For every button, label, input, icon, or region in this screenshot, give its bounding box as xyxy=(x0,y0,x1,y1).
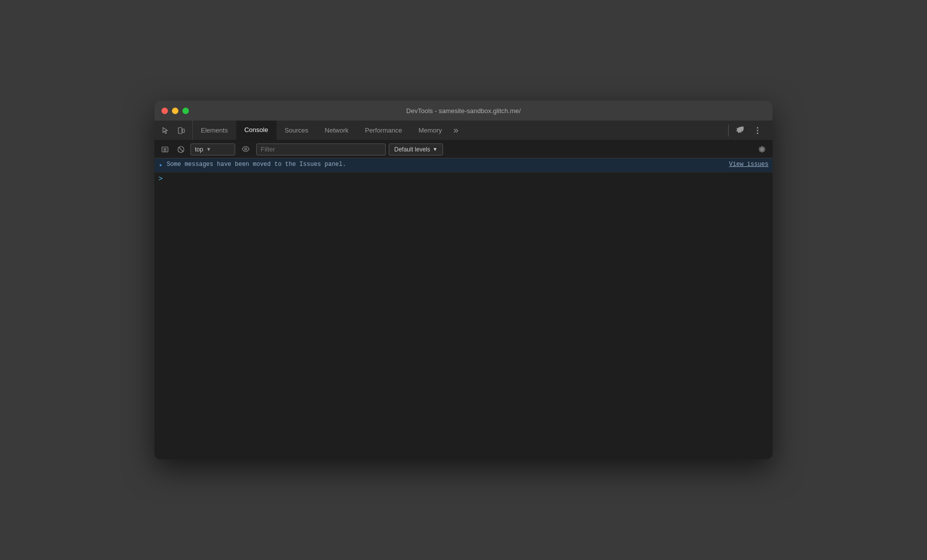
svg-point-2 xyxy=(757,127,759,129)
console-input-row: > xyxy=(154,172,772,185)
svg-point-3 xyxy=(757,130,759,131)
inspect-element-button[interactable] xyxy=(158,124,172,138)
console-settings-button[interactable] xyxy=(756,143,769,156)
live-expressions-button[interactable] xyxy=(238,144,253,155)
minimize-button[interactable] xyxy=(172,108,178,114)
devtools-window: DevTools - samesite-sandbox.glitch.me/ E… xyxy=(154,101,772,459)
traffic-lights xyxy=(161,108,189,114)
tab-performance[interactable]: Performance xyxy=(357,121,410,140)
svg-point-11 xyxy=(245,148,247,150)
tabs-container: Elements Console Sources Network Perform… xyxy=(193,121,724,140)
svg-rect-0 xyxy=(178,128,182,134)
info-message-text: Some messages have been moved to the Iss… xyxy=(166,161,729,168)
tab-bar-left-icons xyxy=(154,121,193,140)
info-message-icon: ▪ xyxy=(158,161,162,169)
tab-elements[interactable]: Elements xyxy=(193,121,236,140)
more-tabs-button[interactable]: » xyxy=(451,121,462,140)
console-area[interactable]: ▪ Some messages have been moved to the I… xyxy=(154,158,772,459)
console-settings-gear-icon xyxy=(758,145,766,153)
context-dropdown-arrow: ▼ xyxy=(206,146,211,152)
maximize-button[interactable] xyxy=(182,108,189,114)
title-bar: DevTools - samesite-sandbox.glitch.me/ xyxy=(154,101,772,121)
devtools-settings-button[interactable] xyxy=(733,124,747,138)
tab-bar-right-icons xyxy=(724,121,769,140)
block-icon xyxy=(177,145,185,153)
settings-gear-icon xyxy=(736,127,744,135)
filter-input[interactable] xyxy=(256,143,386,155)
window-title: DevTools - samesite-sandbox.glitch.me/ xyxy=(406,107,521,115)
svg-point-4 xyxy=(757,133,759,134)
vertical-dots-icon xyxy=(754,127,762,135)
close-button[interactable] xyxy=(161,108,168,114)
levels-arrow: ▼ xyxy=(433,146,438,152)
context-selector[interactable]: top ▼ xyxy=(190,143,235,155)
console-info-message: ▪ Some messages have been moved to the I… xyxy=(154,158,772,172)
svg-line-10 xyxy=(179,147,183,151)
context-value: top xyxy=(195,146,203,153)
log-levels-button[interactable]: Default levels ▼ xyxy=(389,143,443,155)
separator xyxy=(728,125,729,137)
tab-console[interactable]: Console xyxy=(236,121,277,140)
block-button[interactable] xyxy=(174,143,187,156)
clear-console-button[interactable] xyxy=(158,143,171,156)
console-prompt-symbol: > xyxy=(158,175,162,183)
tab-network[interactable]: Network xyxy=(317,121,357,140)
device-icon xyxy=(177,127,185,135)
cursor-icon xyxy=(161,127,169,135)
levels-label: Default levels xyxy=(394,146,430,153)
tab-memory[interactable]: Memory xyxy=(411,121,451,140)
tab-sources[interactable]: Sources xyxy=(277,121,317,140)
device-toolbar-button[interactable] xyxy=(174,124,188,138)
tab-bar: Elements Console Sources Network Perform… xyxy=(154,121,772,140)
svg-rect-1 xyxy=(182,129,184,133)
devtools-menu-button[interactable] xyxy=(751,124,765,138)
console-toolbar: top ▼ Default levels ▼ xyxy=(154,140,772,158)
clear-icon xyxy=(161,145,169,153)
eye-icon xyxy=(241,146,250,152)
view-issues-link[interactable]: View issues xyxy=(729,161,769,168)
